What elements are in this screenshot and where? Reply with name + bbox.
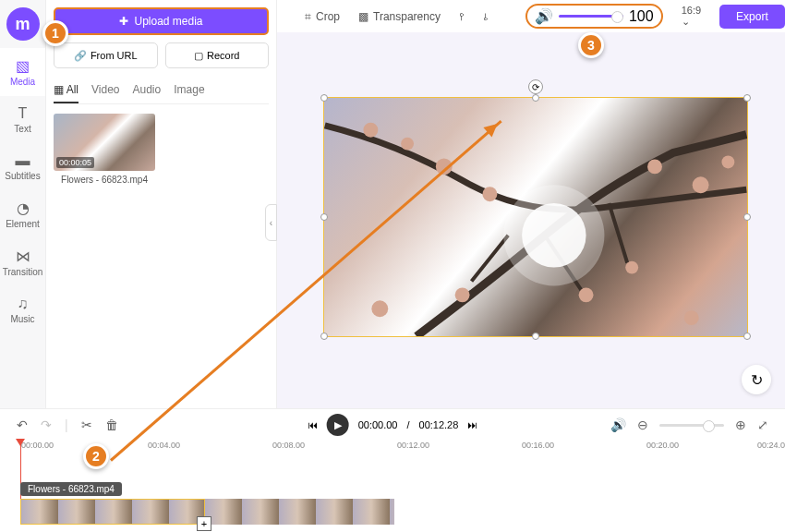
resize-handle-br[interactable]	[743, 332, 751, 340]
timeline-toolbar: ↶ ↷ | ✂ 🗑 ⏮ ▶ 00:00.00 / 00:12.28 ⏭ 🔊 ⊖ …	[0, 408, 785, 441]
rail-label: Transition	[3, 267, 43, 277]
ruler-mark: 00:12.00	[397, 441, 429, 450]
rail-label: Music	[10, 314, 34, 324]
tab-video[interactable]: Video	[91, 78, 119, 103]
text-icon: T	[18, 105, 28, 122]
rail-transition[interactable]: ⋈Transition	[0, 238, 45, 286]
media-icon: ▧	[16, 57, 30, 75]
time-total: 00:12.28	[419, 419, 459, 430]
transparency-button[interactable]: ▩Transparency	[358, 10, 441, 23]
svg-point-11	[625, 261, 638, 274]
reset-button[interactable]: ↻	[742, 365, 771, 394]
thumbnail-image: 00:00:05	[54, 114, 155, 171]
media-thumbnail[interactable]: 00:00:05 Flowers - 66823.mp4	[54, 114, 155, 185]
rail-text[interactable]: TText	[0, 96, 45, 143]
align-v-button[interactable]: ⫯	[459, 10, 465, 23]
add-clip-button[interactable]: +	[197, 516, 211, 531]
ruler-mark: 00:08.00	[272, 441, 305, 450]
clip-segment-selected[interactable]: +	[20, 499, 205, 525]
aspect-ratio-select[interactable]: 16:9 ⌄	[682, 5, 701, 28]
delete-button[interactable]: 🗑	[105, 417, 118, 432]
resize-handle-bm[interactable]	[532, 332, 539, 340]
crop-button[interactable]: ⌗Crop	[305, 10, 340, 23]
redo-button[interactable]: ↷	[41, 417, 52, 432]
volume-icon: 🔊	[535, 7, 553, 25]
element-icon: ◔	[17, 200, 30, 217]
zoom-in-button[interactable]: ⊕	[735, 417, 746, 432]
clip-segment[interactable]	[205, 499, 394, 525]
resize-handle-ml[interactable]	[320, 213, 328, 221]
rail-label: Media	[10, 77, 35, 87]
resize-handle-tr[interactable]	[743, 94, 751, 102]
tab-label: All	[66, 83, 78, 96]
rail-label: Element	[6, 219, 40, 229]
undo-button[interactable]: ↶	[17, 417, 28, 432]
time-current: 00:00.00	[358, 419, 398, 430]
rail-label: Subtitles	[5, 171, 40, 181]
upload-media-button[interactable]: ✚Upload media	[54, 7, 269, 35]
canvas-area: ⌗Crop ▩Transparency ⫯ ⫰ 🔊 100 16:9 ⌄ Exp…	[277, 0, 785, 408]
rail-label: Text	[14, 124, 30, 134]
tab-audio[interactable]: Audio	[133, 78, 162, 103]
transparency-label: Transparency	[373, 10, 441, 23]
resize-handle-tl[interactable]	[320, 94, 328, 102]
zoom-slider[interactable]	[659, 424, 724, 427]
svg-point-1	[503, 185, 604, 285]
cut-button[interactable]: ✂	[81, 417, 92, 432]
chevron-down-icon: ⌄	[682, 16, 690, 27]
rail-music[interactable]: ♫Music	[0, 286, 45, 333]
svg-point-5	[482, 187, 497, 201]
svg-point-13	[684, 310, 699, 325]
link-icon: 🔗	[74, 50, 87, 62]
from-url-label: From URL	[91, 50, 138, 61]
tab-image[interactable]: Image	[174, 78, 204, 103]
rail-subtitles[interactable]: ▬Subtitles	[0, 143, 45, 190]
svg-point-6	[647, 159, 662, 174]
collapse-panel-button[interactable]: ‹	[265, 204, 277, 241]
callout-1: 1	[42, 20, 68, 46]
transition-icon: ⋈	[16, 248, 30, 265]
skip-forward-button[interactable]: ⏭	[467, 419, 477, 430]
record-label: Record	[207, 50, 239, 61]
grid-icon: ▦	[54, 83, 66, 96]
mute-button[interactable]: 🔊	[610, 417, 626, 432]
ruler-mark: 00:20.00	[646, 441, 679, 450]
record-button[interactable]: ▢Record	[165, 42, 270, 68]
volume-control[interactable]: 🔊 100	[525, 4, 663, 29]
align-h-button[interactable]: ⫰	[483, 10, 489, 23]
skip-back-button[interactable]: ⏮	[308, 419, 318, 430]
timeline-track[interactable]: +	[20, 499, 394, 525]
media-tabs: ▦ All Video Audio Image	[54, 78, 269, 104]
left-rail: m ▧Media TText ▬Subtitles ◔Element ⋈Tran…	[0, 0, 46, 408]
svg-point-10	[579, 287, 594, 302]
callout-3: 3	[578, 32, 604, 58]
top-toolbar: ⌗Crop ▩Transparency ⫯ ⫰ 🔊 100 16:9 ⌄ Exp…	[277, 0, 785, 32]
svg-point-2	[363, 123, 378, 138]
export-button[interactable]: Export	[719, 5, 785, 29]
subtitles-icon: ▬	[16, 152, 30, 169]
play-button[interactable]: ▶	[327, 414, 349, 436]
fit-button[interactable]: ⤢	[757, 417, 768, 432]
volume-value: 100	[629, 8, 654, 25]
rail-element[interactable]: ◔Element	[0, 190, 45, 238]
resize-handle-bl[interactable]	[320, 332, 328, 340]
tab-all[interactable]: ▦ All	[54, 78, 78, 103]
thumbnail-name: Flowers - 66823.mp4	[54, 175, 155, 185]
plus-icon: ✚	[119, 15, 128, 28]
rail-media[interactable]: ▧Media	[0, 48, 45, 96]
crop-icon: ⌗	[305, 10, 311, 23]
svg-point-3	[401, 138, 414, 151]
app-logo: m	[6, 7, 40, 41]
svg-point-7	[693, 176, 709, 193]
crop-label: Crop	[316, 10, 340, 23]
time-sep: /	[406, 419, 409, 430]
volume-slider[interactable]	[559, 15, 623, 18]
resize-handle-mr[interactable]	[743, 213, 751, 221]
from-url-button[interactable]: 🔗From URL	[54, 42, 158, 68]
resize-handle-tm[interactable]	[532, 94, 539, 102]
rotate-handle[interactable]: ⟳	[528, 79, 543, 94]
ruler-mark: 00:16.00	[522, 441, 554, 450]
thumbnail-duration: 00:00:05	[56, 157, 94, 168]
zoom-out-button[interactable]: ⊖	[637, 417, 648, 432]
transparency-icon: ▩	[358, 10, 368, 23]
